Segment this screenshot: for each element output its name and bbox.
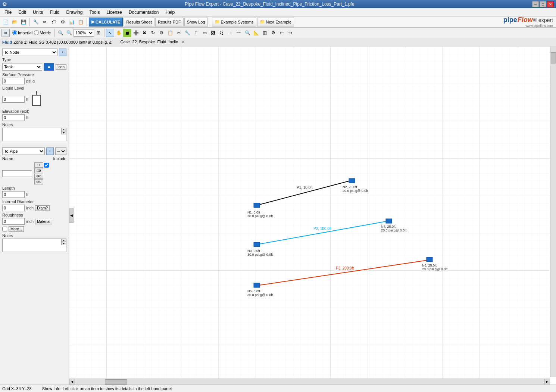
menu-fluid[interactable]: Fluid <box>47 9 62 16</box>
menu-help[interactable]: Help <box>163 9 178 16</box>
menu-units[interactable]: Units <box>30 9 46 16</box>
label-icon[interactable]: 🏷 <box>50 18 58 26</box>
elevation-input[interactable] <box>2 114 25 121</box>
node-N5[interactable] <box>254 283 260 287</box>
measure-icon[interactable]: 📐 <box>252 29 260 37</box>
maximize-button[interactable]: □ <box>540 1 546 7</box>
pipe-dropdown[interactable]: To Pipe From Pipe <box>2 147 45 155</box>
text-icon[interactable]: T <box>192 29 200 37</box>
example-systems-button[interactable]: 📁 Example Systems <box>212 18 256 27</box>
length-input[interactable] <box>2 191 25 198</box>
new-icon[interactable]: 📄 <box>1 18 10 26</box>
metric-radio[interactable] <box>34 30 39 35</box>
edit-icon[interactable]: ✏ <box>41 18 49 26</box>
select-icon[interactable]: ↖ <box>106 29 114 37</box>
report-icon[interactable]: 📋 <box>76 18 85 26</box>
pref-icon[interactable]: ⚙ <box>59 18 67 26</box>
include-checkbox[interactable] <box>44 163 49 168</box>
metric-radio-label[interactable]: Metric <box>34 30 51 35</box>
vscroll-thumb[interactable] <box>551 52 556 63</box>
redo-icon[interactable]: ↪ <box>286 29 294 37</box>
vertical-scrollbar[interactable] <box>550 46 556 377</box>
notes-scroll-down[interactable]: ▼ <box>61 131 66 134</box>
include-ctrl-3[interactable]: ⚙0 <box>34 174 43 179</box>
results-sheet-button[interactable]: Results Sheet <box>124 18 154 27</box>
add-pipe-icon[interactable]: ➕ <box>132 29 140 37</box>
pipe-notes-scroll-up[interactable]: ▲ <box>61 239 66 242</box>
tab-file[interactable]: Case_22_Bespoke_Fluid_Inclin ✕ <box>121 40 185 44</box>
roughness-input[interactable] <box>2 218 25 225</box>
calculate-button[interactable]: ▶ CALCULATE <box>89 18 123 27</box>
hscroll-right-button[interactable]: ▶ <box>544 379 550 385</box>
hscroll-left-button[interactable]: ◀ <box>69 379 75 385</box>
imperial-radio-label[interactable]: Imperial <box>12 30 32 35</box>
box-icon[interactable]: ▭ <box>200 29 209 37</box>
scissors-icon[interactable]: ✂ <box>175 29 183 37</box>
calc-icon2[interactable]: 📊 <box>68 18 76 26</box>
include-ctrl-2[interactable]: □0 <box>34 168 43 173</box>
minimize-button[interactable]: ─ <box>532 1 539 7</box>
menu-license[interactable]: License <box>103 9 125 16</box>
add-node-icon[interactable]: ◼ <box>123 29 131 37</box>
show-log-button[interactable]: Show Log <box>184 18 208 27</box>
undo-icon[interactable]: ↩ <box>278 29 286 37</box>
rotate-icon[interactable]: ↻ <box>149 29 157 37</box>
chain-icon[interactable]: ⛓ <box>218 29 226 37</box>
pipe-notes-textarea[interactable] <box>2 239 66 252</box>
internal-diameter-input[interactable] <box>2 205 25 211</box>
pan-icon[interactable]: ✋ <box>115 29 123 37</box>
horizontal-scrollbar[interactable]: ◀ ▶ <box>69 379 550 385</box>
zoom-select[interactable]: 100% 75% 150% <box>74 29 94 37</box>
include-ctrl-1[interactable]: ↕1 <box>34 162 43 168</box>
more-checkbox[interactable] <box>2 227 7 231</box>
hscroll-thumb[interactable] <box>105 379 127 385</box>
notes-scroll-up[interactable]: ▲ <box>61 128 66 131</box>
results-pdf-button[interactable]: Results PDF <box>155 18 184 27</box>
pipe-style-select[interactable]: ─ <box>55 147 66 155</box>
node-icon-preview[interactable]: ■ <box>44 63 54 71</box>
node-N4[interactable] <box>386 219 392 223</box>
fit-icon[interactable]: ⊞ <box>94 29 103 37</box>
wave-icon[interactable]: 〰 <box>235 29 243 37</box>
menu-drawing[interactable]: Drawing <box>63 9 85 16</box>
icon-button[interactable]: Icon <box>56 64 66 70</box>
menu-edit[interactable]: Edit <box>15 9 29 16</box>
imperial-radio[interactable] <box>12 30 17 35</box>
delete-icon[interactable]: ✖ <box>140 29 149 37</box>
copy-icon[interactable]: ⧉ <box>157 29 166 37</box>
surface-pressure-input[interactable] <box>2 78 25 84</box>
node-notes-textarea[interactable] <box>2 128 66 141</box>
material-button[interactable]: Material <box>35 219 52 224</box>
zoom-out-icon[interactable]: 🔍 <box>56 29 65 37</box>
more-button[interactable]: More... <box>9 226 24 232</box>
open-icon[interactable]: 📂 <box>10 18 19 26</box>
wrench-icon[interactable]: 🔧 <box>183 29 191 37</box>
image-icon[interactable]: 🖼 <box>209 29 217 37</box>
next-example-button[interactable]: 📁 Next Example <box>257 18 294 27</box>
pipe-name-input[interactable] <box>2 170 32 177</box>
units-icon[interactable]: ⊞ <box>1 29 10 37</box>
paste-icon[interactable]: 📋 <box>166 29 174 37</box>
close-button[interactable]: ✕ <box>547 1 554 7</box>
node-N1[interactable] <box>254 203 260 208</box>
node-add-button[interactable]: + <box>59 49 66 56</box>
flow-icon[interactable]: → <box>226 29 234 37</box>
type-select[interactable]: Tank Junction <box>2 63 42 71</box>
menu-tools[interactable]: Tools <box>86 9 103 16</box>
iso-icon[interactable]: 🔧 <box>32 18 40 26</box>
liquid-level-input[interactable] <box>2 96 25 103</box>
diam-button[interactable]: Diam? <box>35 205 50 211</box>
pipe-add-button[interactable]: + <box>46 147 54 155</box>
menu-documentation[interactable]: Documentation <box>126 9 162 16</box>
zoom-fit-icon[interactable]: 🔍 <box>243 29 252 37</box>
pipe-notes-scroll-down[interactable]: ▼ <box>61 242 66 245</box>
node-N3[interactable] <box>254 242 260 247</box>
node-N2[interactable] <box>349 178 355 183</box>
node-N6[interactable] <box>427 257 432 262</box>
tab-close-icon[interactable]: ✕ <box>181 40 185 44</box>
include-ctrl-4[interactable]: ⊙0 <box>34 179 43 184</box>
menu-file[interactable]: File <box>1 9 15 16</box>
group-icon[interactable]: ▥ <box>260 29 269 37</box>
panel-collapse-button[interactable]: ◀ <box>69 208 74 223</box>
node-dropdown[interactable]: To Node From Node <box>2 49 57 56</box>
